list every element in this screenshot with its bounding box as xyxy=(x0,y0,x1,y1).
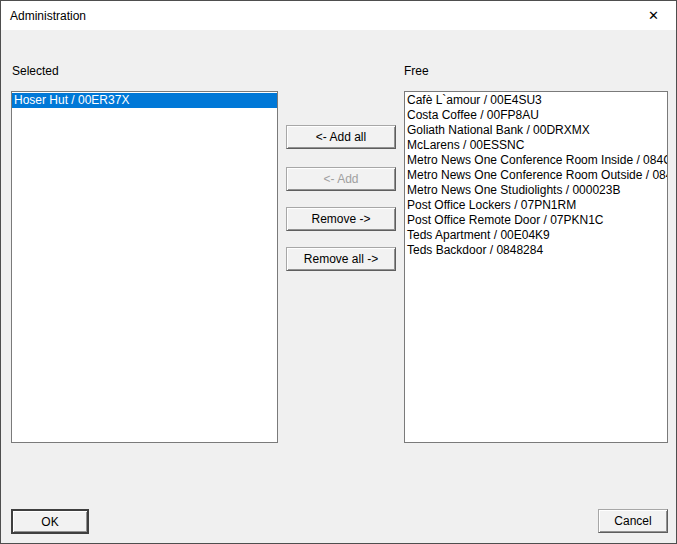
list-item[interactable]: Metro News One Studiolights / 000023B xyxy=(405,183,667,198)
list-item[interactable]: Metro News One Conference Room Inside / … xyxy=(405,153,667,168)
cancel-button[interactable]: Cancel xyxy=(598,509,668,533)
ok-button[interactable]: OK xyxy=(11,509,89,534)
free-list-label: Free xyxy=(404,64,429,78)
list-item[interactable]: Teds Backdoor / 0848284 xyxy=(405,243,667,258)
dialog-title: Administration xyxy=(1,9,86,23)
list-item[interactable]: Costa Coffee / 00FP8AU xyxy=(405,108,667,123)
close-icon[interactable]: ✕ xyxy=(631,1,676,30)
remove-button[interactable]: Remove -> xyxy=(286,207,396,231)
add-all-button[interactable]: <- Add all xyxy=(286,125,396,149)
list-item[interactable]: Teds Apartment / 00E04K9 xyxy=(405,228,667,243)
list-item[interactable]: Metro News One Conference Room Outside /… xyxy=(405,168,667,183)
list-item[interactable]: Goliath National Bank / 00DRXMX xyxy=(405,123,667,138)
list-item[interactable]: Cafè L`amour / 00E4SU3 xyxy=(405,93,667,108)
selected-listbox[interactable]: Hoser Hut / 00ER37X xyxy=(11,91,278,443)
list-item[interactable]: Post Office Lockers / 07PN1RM xyxy=(405,198,667,213)
add-button[interactable]: <- Add xyxy=(286,167,396,191)
list-item[interactable]: Hoser Hut / 00ER37X xyxy=(12,93,277,108)
administration-dialog: Administration ✕ Selected Free Hoser Hut… xyxy=(0,0,677,544)
remove-all-button[interactable]: Remove all -> xyxy=(286,247,396,271)
selected-list-label: Selected xyxy=(12,64,59,78)
free-listbox[interactable]: Cafè L`amour / 00E4SU3Costa Coffee / 00F… xyxy=(404,91,668,443)
list-item[interactable]: McLarens / 00ESSNC xyxy=(405,138,667,153)
list-item[interactable]: Post Office Remote Door / 07PKN1C xyxy=(405,213,667,228)
titlebar: Administration ✕ xyxy=(1,1,676,30)
